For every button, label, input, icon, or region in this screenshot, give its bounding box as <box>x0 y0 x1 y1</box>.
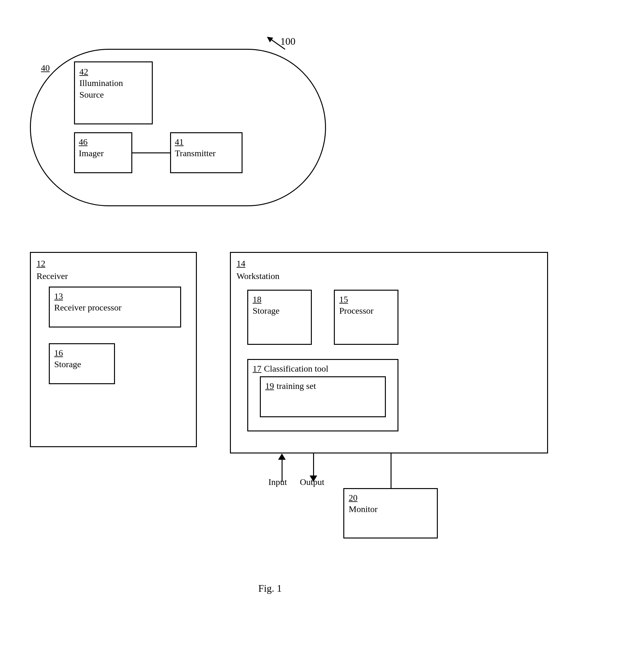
input-label: Input <box>269 477 287 487</box>
diagram: 100 40 42 Illumination Source 46 Imager … <box>0 0 629 672</box>
box-13: 13 Receiver processor <box>49 287 181 328</box>
node-40-label: 40 <box>41 63 50 73</box>
box-41: 41 Transmitter <box>170 132 242 173</box>
output-label: Output <box>300 477 324 487</box>
system-id: 100 <box>280 35 296 47</box>
figure-caption: Fig. 1 <box>258 582 282 594</box>
box-19: 19 training set <box>260 376 386 417</box>
box-16: 16 Storage <box>49 343 115 384</box>
arrow-down-shaft <box>313 453 314 476</box>
arrow-up-head-icon <box>278 453 286 460</box>
system-100-label: 100 <box>280 35 296 47</box>
storage-16-label: Storage <box>54 359 110 370</box>
storage-18-label: Storage <box>253 305 306 316</box>
illumination-source-label: Illumination Source <box>79 77 147 100</box>
processor-label: Processor <box>339 305 393 316</box>
box-18: 18 Storage <box>247 290 312 345</box>
box-46: 46 Imager <box>74 132 132 173</box>
connect-46-41 <box>132 152 170 153</box>
imager-label: Imager <box>79 148 127 159</box>
training-set-label: training set <box>277 380 316 392</box>
classification-tool-label: Classification tool <box>264 363 328 375</box>
workstation-label: Workstation <box>236 270 541 282</box>
box-42: 42 Illumination Source <box>74 62 153 124</box>
receiver-label: Receiver <box>37 270 190 282</box>
box-15: 15 Processor <box>334 290 398 345</box>
monitor-label: Monitor <box>349 504 433 515</box>
transmitter-label: Transmitter <box>175 148 238 159</box>
box-20: 20 Monitor <box>343 488 438 538</box>
monitor-connect-line <box>391 453 392 488</box>
receiver-processor-label: Receiver processor <box>54 302 176 313</box>
